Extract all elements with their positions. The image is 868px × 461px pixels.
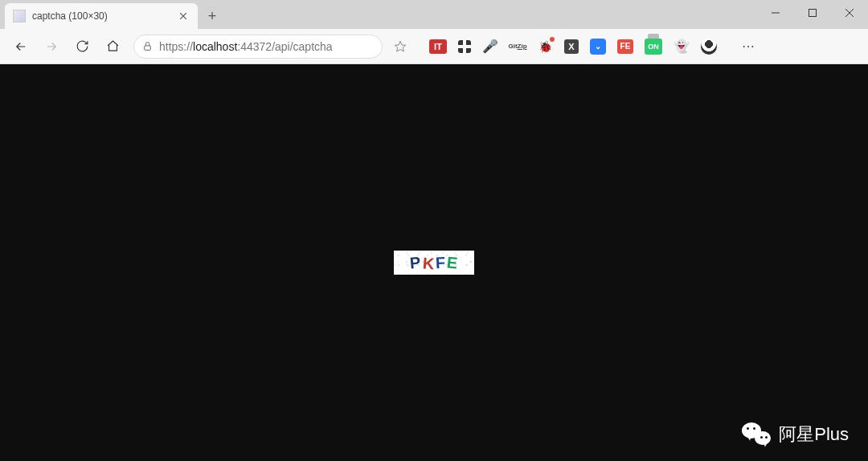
extension-x-icon[interactable]: X — [564, 39, 579, 54]
svg-rect-1 — [809, 10, 817, 17]
url-display: https://localhost:44372/api/captcha — [159, 40, 374, 53]
minimize-button[interactable] — [757, 0, 794, 26]
tab-close-button[interactable] — [177, 10, 190, 22]
watermark: 阿星Plus — [742, 422, 849, 447]
lock-icon — [142, 41, 153, 51]
wechat-icon — [742, 422, 771, 447]
extension-on-icon[interactable]: ON — [645, 39, 662, 55]
svg-marker-7 — [395, 41, 405, 51]
url-path: /api/captcha — [272, 40, 333, 53]
url-host: localhost — [193, 40, 237, 53]
url-port: :44372 — [237, 40, 272, 53]
tab-title: captcha (100×30) — [32, 10, 170, 22]
extension-mic-icon[interactable]: 🎤 — [482, 39, 498, 55]
extension-icons: IT 🎤 Git Zip 🐞 X ⌄ FE ON 👻 — [429, 39, 717, 55]
extension-dropdown-icon[interactable]: ⌄ — [590, 39, 606, 55]
captcha-image: P K F E — [394, 251, 474, 275]
favicon-icon — [13, 10, 26, 22]
extension-it-icon[interactable]: IT — [429, 39, 447, 54]
back-button[interactable] — [8, 34, 34, 59]
refresh-button[interactable] — [69, 34, 95, 59]
tab-strip: captcha (100×30) + — [0, 0, 868, 29]
browser-toolbar: https://localhost:44372/api/captcha IT 🎤… — [0, 29, 868, 64]
new-tab-button[interactable]: + — [201, 5, 223, 27]
browser-tab[interactable]: captcha (100×30) — [5, 3, 198, 29]
gitzip-line2: Zip — [518, 43, 527, 50]
captcha-char-2: F — [436, 253, 446, 272]
close-window-button[interactable] — [831, 0, 868, 26]
captcha-char-0: P — [409, 253, 421, 272]
extension-coccinella-icon[interactable]: 🐞 — [537, 39, 553, 55]
window-controls — [757, 0, 868, 26]
url-scheme: https:// — [159, 40, 193, 53]
extension-ghost-icon[interactable]: 👻 — [674, 39, 690, 55]
extension-qr-icon[interactable] — [458, 40, 471, 53]
extension-gitzip-icon[interactable]: Git Zip — [510, 39, 526, 55]
maximize-button[interactable] — [794, 0, 831, 26]
page-viewport: P K F E 阿星Plus — [0, 64, 868, 461]
more-menu-button[interactable]: ⋯ — [736, 34, 762, 59]
home-button[interactable] — [100, 34, 125, 59]
profile-avatar-icon[interactable] — [701, 39, 717, 55]
svg-rect-6 — [145, 46, 151, 50]
captcha-char-3: E — [446, 253, 459, 272]
address-bar[interactable]: https://localhost:44372/api/captcha — [133, 35, 383, 59]
captcha-char-1: K — [422, 254, 435, 273]
favorite-button[interactable] — [391, 40, 410, 53]
watermark-text: 阿星Plus — [779, 422, 849, 447]
forward-button[interactable] — [39, 34, 64, 59]
extension-fe-icon[interactable]: FE — [617, 39, 633, 54]
gitzip-line1: Git — [508, 43, 517, 50]
